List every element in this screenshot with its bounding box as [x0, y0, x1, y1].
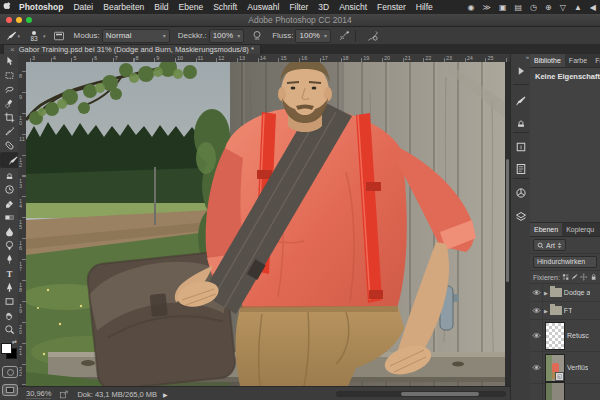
layer-comps-icon[interactable]: [514, 210, 528, 224]
pressure-opacity-icon[interactable]: [250, 29, 264, 43]
eyedropper-tool[interactable]: [0, 124, 18, 138]
status-menu-arrow-icon[interactable]: ▶: [163, 391, 168, 398]
tab-bibliothe[interactable]: Bibliothe: [530, 54, 565, 67]
eject-icon[interactable]: ▲: [570, 3, 586, 12]
menu-hilfe[interactable]: Hilfe: [411, 2, 438, 12]
visibility-eye-icon[interactable]: [530, 320, 543, 351]
shape-tool[interactable]: [0, 294, 18, 308]
menu-bild[interactable]: Bild: [149, 2, 173, 12]
expand-group-icon[interactable]: ▶: [544, 290, 548, 296]
document-tab[interactable]: × Gabor Training.psd bei 31% (Dodge and …: [3, 44, 261, 54]
layers-blend-mode-select[interactable]: Hindurchwirken: [533, 256, 597, 268]
active-tool-brush-icon[interactable]: ▾: [6, 29, 20, 43]
display-icon[interactable]: ▤: [511, 3, 527, 12]
layer-thumbnail[interactable]: ◱: [545, 354, 565, 382]
menu-ebene[interactable]: Ebene: [174, 2, 209, 12]
time-machine-icon[interactable]: ◷: [526, 3, 541, 12]
menu-photoshop[interactable]: Photoshop: [14, 2, 68, 12]
lock-pixels-icon[interactable]: [571, 273, 578, 281]
quick-selection-tool[interactable]: [0, 96, 18, 110]
properties-panel-icon[interactable]: [514, 162, 528, 176]
marquee-tool[interactable]: [0, 68, 18, 82]
menu-fenster[interactable]: Fenster: [372, 2, 411, 12]
info-panel-icon[interactable]: [514, 140, 528, 154]
tab-close-icon[interactable]: ×: [10, 45, 15, 54]
lock-all-icon[interactable]: [590, 273, 597, 281]
layer-row[interactable]: [530, 384, 600, 400]
menu-schrift[interactable]: Schrift: [208, 2, 242, 12]
visibility-eye-icon[interactable]: [530, 384, 543, 400]
opacity-select[interactable]: 100% ▾: [209, 29, 244, 43]
hand-tool[interactable]: [0, 308, 18, 322]
visibility-eye-icon[interactable]: [530, 302, 543, 319]
clone-stamp-tool[interactable]: [0, 168, 18, 182]
dodge-tool[interactable]: [0, 238, 18, 252]
lasso-tool[interactable]: [0, 82, 18, 96]
menu-3d[interactable]: 3D: [313, 2, 334, 12]
clone-source-icon[interactable]: [514, 116, 528, 130]
actions-icon[interactable]: [514, 64, 528, 78]
layer-name[interactable]: Dodge a: [564, 289, 590, 296]
zoom-tool[interactable]: [0, 322, 18, 336]
lock-position-icon[interactable]: [580, 273, 587, 281]
quick-mask-button[interactable]: [2, 366, 18, 378]
pen-tool[interactable]: [0, 252, 18, 266]
expand-panels-icon[interactable]: »: [526, 54, 529, 60]
brush-preset-picker[interactable]: 83: [26, 31, 42, 41]
swap-colors-icon[interactable]: ⇄: [12, 338, 17, 345]
canvas-image[interactable]: [26, 62, 505, 386]
type-tool[interactable]: T: [0, 266, 18, 280]
move-tool[interactable]: [0, 54, 18, 68]
menu-ansicht[interactable]: Ansicht: [334, 2, 372, 12]
tab-far[interactable]: Far: [591, 54, 600, 67]
expand-group-icon[interactable]: ▶: [544, 308, 548, 314]
layer-filter-select[interactable]: Art: [533, 239, 566, 251]
layer-row-retusc[interactable]: Retusc: [530, 320, 600, 352]
healing-brush-tool[interactable]: [0, 138, 18, 152]
layer-row-verflüs[interactable]: ◱Verflüs: [530, 352, 600, 384]
brush-presets-icon[interactable]: [514, 94, 528, 108]
lock-transparency-icon[interactable]: [562, 273, 569, 281]
layer-row-dodge-a[interactable]: ▶Dodge a: [530, 284, 600, 302]
menu-bearbeiten[interactable]: Bearbeiten: [98, 2, 149, 12]
crop-tool[interactable]: [0, 110, 18, 124]
tab-ebenen[interactable]: Ebenen: [530, 223, 562, 236]
foreground-color-swatch[interactable]: [1, 343, 12, 354]
color-swatches[interactable]: ⇄: [1, 340, 17, 356]
dropbox-icon[interactable]: ▽: [556, 3, 570, 12]
3d-panel-icon[interactable]: [514, 186, 528, 200]
menu-datei[interactable]: Datei: [68, 2, 98, 12]
gradient-tool[interactable]: [0, 210, 18, 224]
fast-forward-icon[interactable]: ≫: [479, 3, 495, 12]
layer-thumbnail[interactable]: [545, 382, 565, 400]
vertical-scrollbar-thumb[interactable]: [506, 159, 509, 282]
layer-row-ft[interactable]: ▶FT: [530, 302, 600, 320]
history-brush-tool[interactable]: [0, 182, 18, 196]
blend-mode-select[interactable]: Normal ▾: [102, 29, 170, 43]
tab-farbe[interactable]: Farbe: [565, 54, 591, 67]
layer-name[interactable]: FT: [564, 307, 573, 314]
menu-filter[interactable]: Filter: [284, 2, 313, 12]
apple-menu-icon[interactable]: [0, 1, 14, 13]
airbrush-icon[interactable]: [337, 29, 351, 43]
record-icon[interactable]: ◉: [464, 3, 479, 12]
toggle-brush-panel-icon[interactable]: [52, 29, 66, 43]
blur-tool[interactable]: [0, 224, 18, 238]
layer-name[interactable]: Retusc: [567, 332, 589, 339]
path-selection-tool[interactable]: [0, 280, 18, 294]
zoom-level-field[interactable]: 30,96%: [26, 389, 51, 399]
eraser-tool[interactable]: [0, 196, 18, 210]
flow-select[interactable]: 100% ▾: [295, 29, 330, 43]
horizontal-scrollbar[interactable]: [336, 391, 506, 397]
visibility-eye-icon[interactable]: [530, 352, 543, 383]
display-camera-icon[interactable]: ▣: [495, 3, 511, 12]
title-bar[interactable]: Adobe Photoshop CC 2014: [0, 14, 600, 27]
crosshair-icon[interactable]: ⊕: [541, 3, 556, 12]
layer-name[interactable]: Verflüs: [567, 364, 588, 371]
visibility-eye-icon[interactable]: [530, 284, 543, 301]
tab-kopierqu[interactable]: Kopierqu: [562, 223, 598, 236]
layer-thumbnail[interactable]: [545, 322, 565, 350]
menu-auswahl[interactable]: Auswahl: [242, 2, 284, 12]
status-flyout-icon[interactable]: [59, 390, 69, 399]
screen-mode-button[interactable]: [2, 384, 18, 396]
